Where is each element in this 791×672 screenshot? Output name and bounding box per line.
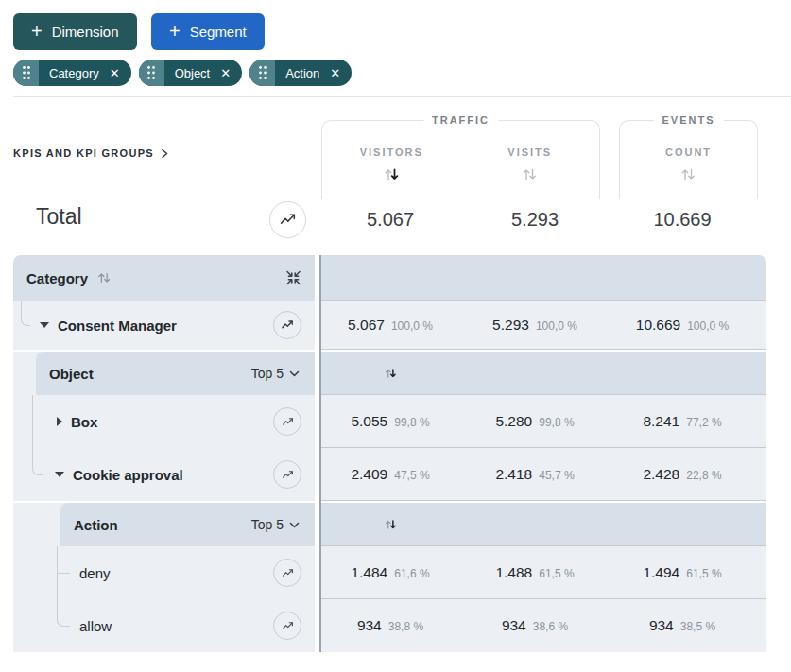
sort-icon[interactable]	[384, 367, 398, 380]
count-label: COUNT	[665, 146, 712, 158]
trend-chart-button[interactable]	[273, 311, 301, 339]
chevron-down-icon	[289, 522, 300, 528]
row-values: 5.05599,8 % 5.28099,8 % 8.24177,2 %	[319, 395, 766, 448]
sort-icon[interactable]	[384, 518, 398, 531]
close-icon[interactable]: ✕	[218, 67, 242, 79]
group-label: TRAFFIC	[423, 114, 498, 126]
plus-icon: +	[31, 22, 43, 41]
total-row-label: Total	[36, 204, 82, 230]
add-dimension-button[interactable]: + Dimension	[13, 13, 137, 50]
add-dimension-label: Dimension	[52, 24, 119, 40]
add-segment-button[interactable]: + Segment	[151, 13, 265, 50]
chip-object[interactable]: Object ✕	[139, 60, 242, 86]
category-header-label: Category	[26, 270, 88, 286]
sort-icon[interactable]	[679, 166, 697, 182]
row-values: 5.067100,0 % 5.293100,0 % 10.669100,0 %	[319, 301, 766, 350]
visits-value: 5.280	[495, 413, 532, 430]
row-label-cell: Cookie approval	[13, 448, 315, 501]
close-icon[interactable]: ✕	[328, 67, 352, 79]
caret-down-icon[interactable]	[40, 322, 49, 328]
close-icon[interactable]: ✕	[108, 67, 131, 79]
trend-icon	[278, 210, 298, 230]
object-top-filter-dropdown[interactable]: Top 5	[251, 366, 300, 381]
trend-chart-button[interactable]	[269, 201, 306, 238]
visitors-percent: 61,6 %	[394, 567, 429, 580]
category-header-band	[319, 255, 766, 301]
count-percent: 100,0 %	[687, 319, 729, 333]
chevron-down-icon	[289, 370, 300, 377]
count-percent: 77,2 %	[686, 416, 721, 429]
visits-value: 934	[502, 617, 526, 634]
visits-percent: 99,8 %	[539, 416, 574, 429]
action-subheader-row: Action Top 5	[13, 503, 766, 546]
visitors-percent: 38,8 %	[388, 620, 423, 633]
sort-icon[interactable]	[521, 166, 539, 182]
row-label: Cookie approval	[73, 467, 183, 483]
count-value: 10.669	[636, 317, 680, 334]
caret-right-icon[interactable]	[57, 417, 62, 426]
trend-icon	[281, 566, 295, 580]
sort-icon[interactable]	[96, 270, 112, 285]
chip-category[interactable]: Category ✕	[13, 60, 131, 86]
visits-percent: 100,0 %	[536, 319, 577, 333]
category-header-cell: Category	[13, 255, 315, 301]
table-row-consent-manager[interactable]: Consent Manager 5.067100,0 % 5.293100,0 …	[13, 301, 766, 350]
object-header-cell: Object Top 5	[13, 352, 315, 395]
chip-action[interactable]: Action ✕	[249, 60, 352, 86]
row-label-cell: allow	[13, 599, 315, 652]
chip-label: Category	[39, 66, 108, 80]
analytics-report-page: + Dimension + Segment Category ✕	[0, 0, 791, 672]
traffic-column-group: TRAFFIC VISITORS VISITS	[321, 120, 600, 199]
row-label: Box	[71, 414, 97, 430]
count-percent: 22,8 %	[686, 469, 721, 482]
visits-label: VISITS	[507, 146, 552, 158]
caret-down-icon[interactable]	[55, 472, 64, 477]
action-top-filter-dropdown[interactable]: Top 5	[251, 517, 300, 532]
trend-icon	[281, 415, 295, 429]
table-row-cookie-approval[interactable]: Cookie approval 2.40947,5 % 2.41845,7 % …	[13, 448, 766, 501]
action-header-label: Action	[74, 517, 118, 533]
visitors-percent: 99,8 %	[394, 416, 429, 429]
count-value: 2.428	[643, 466, 679, 483]
plus-icon: +	[169, 22, 181, 41]
total-values-row: 5.067 5.293 10.669	[319, 209, 766, 231]
drag-handle-icon[interactable]	[139, 60, 164, 86]
visits-value: 5.293	[492, 317, 529, 334]
trend-chart-button[interactable]	[273, 559, 301, 587]
visits-percent: 45,7 %	[539, 469, 574, 482]
visitors-value: 1.484	[351, 564, 387, 581]
events-column-group: EVENTS COUNT	[619, 120, 758, 199]
object-header-label: Object	[49, 366, 94, 382]
trend-icon	[281, 468, 295, 482]
count-column-header: COUNT	[620, 121, 757, 199]
table-row-deny[interactable]: deny 1.48461,6 % 1.48861,5 % 1.49461,5 %	[13, 546, 766, 599]
total-visitors-value: 5.067	[319, 209, 461, 231]
trend-chart-button[interactable]	[273, 407, 301, 436]
visitors-label: VISITORS	[360, 146, 423, 158]
collapse-all-icon[interactable]	[284, 269, 302, 286]
table-row-allow[interactable]: allow 93438,8 % 93438,6 % 93438,5 %	[13, 599, 766, 652]
table-row-box[interactable]: Box 5.05599,8 % 5.28099,8 % 8.24177,2 %	[13, 395, 766, 448]
total-visits-value: 5.293	[461, 209, 609, 231]
trend-chart-button[interactable]	[273, 612, 301, 640]
sort-icon[interactable]	[383, 166, 401, 182]
dimension-chips: Category ✕ Object ✕ Action ✕	[13, 60, 352, 86]
visitors-value: 5.055	[351, 413, 387, 430]
action-header-band	[319, 503, 766, 546]
count-percent: 61,5 %	[686, 567, 721, 580]
visitors-value: 2.409	[351, 466, 387, 483]
action-header-cell: Action Top 5	[13, 503, 315, 546]
row-label: deny	[79, 565, 111, 581]
chip-label: Action	[275, 66, 328, 80]
count-value: 1.494	[643, 564, 679, 581]
row-values: 93438,8 % 93438,6 % 93438,5 %	[319, 599, 766, 652]
chip-label: Object	[164, 66, 219, 80]
trend-icon	[280, 318, 295, 333]
count-value: 8.241	[643, 413, 679, 430]
trend-chart-button[interactable]	[273, 460, 301, 489]
visits-percent: 61,5 %	[539, 567, 574, 580]
count-value: 934	[649, 617, 674, 634]
kpis-and-kpi-groups-link[interactable]: KPIS AND KPI GROUPS	[13, 147, 168, 159]
drag-handle-icon[interactable]	[249, 60, 275, 86]
drag-handle-icon[interactable]	[13, 60, 39, 86]
